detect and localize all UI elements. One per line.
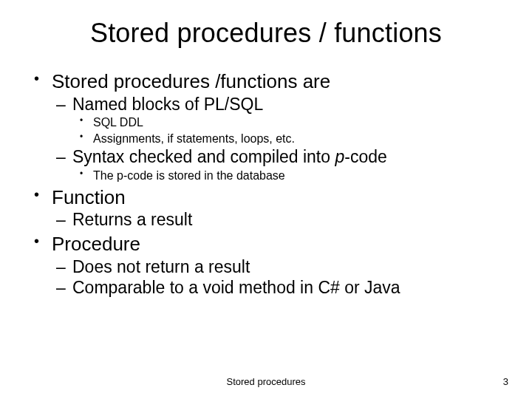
bullet-text: SQL DDL <box>93 116 143 129</box>
page-number: 3 <box>503 376 508 387</box>
bullet-text: Comparable to a void method in C# or Jav… <box>72 278 400 297</box>
bullet-text-italic: p <box>335 147 344 166</box>
bullet-list: Stored procedures /functions are Named b… <box>30 69 502 299</box>
slide-title: Stored procedures / functions <box>30 18 502 49</box>
bullet-l1: Procedure Does not return a result Compa… <box>30 232 502 299</box>
bullet-text: -code <box>344 147 387 166</box>
bullet-l1: Function Returns a result <box>30 185 502 231</box>
bullet-l3: Assignments, if statements, loops, etc. <box>72 131 502 147</box>
bullet-text: Does not return a result <box>72 257 250 276</box>
bullet-sublist: Returns a result <box>52 209 502 231</box>
bullet-l1: Stored procedures /functions are Named b… <box>30 69 502 184</box>
bullet-sublist: The p-code is stored in the database <box>72 168 502 184</box>
bullet-sublist: Named blocks of PL/SQL SQL DDL Assignmen… <box>52 94 502 184</box>
slide-content: Stored procedures /functions are Named b… <box>30 69 502 299</box>
slide: Stored procedures / functions Stored pro… <box>0 0 532 399</box>
bullet-l2: Comparable to a void method in C# or Jav… <box>52 277 502 299</box>
bullet-sublist: Does not return a result Comparable to a… <box>52 256 502 299</box>
footer-text: Stored procedures <box>0 376 532 387</box>
bullet-l3: The p-code is stored in the database <box>72 168 502 184</box>
bullet-l2: Syntax checked and compiled into p-code … <box>52 146 502 183</box>
bullet-text: Syntax checked and compiled into <box>72 147 335 166</box>
bullet-text: Returns a result <box>72 210 192 229</box>
bullet-l2: Named blocks of PL/SQL SQL DDL Assignmen… <box>52 94 502 147</box>
bullet-l2: Returns a result <box>52 209 502 231</box>
bullet-sublist: SQL DDL Assignments, if statements, loop… <box>72 115 502 146</box>
bullet-text: Function <box>52 186 126 208</box>
bullet-text: The p-code is stored in the database <box>93 169 285 182</box>
bullet-l2: Does not return a result <box>52 256 502 278</box>
bullet-text: Named blocks of PL/SQL <box>72 95 263 114</box>
bullet-text: Procedure <box>52 233 140 255</box>
bullet-text: Assignments, if statements, loops, etc. <box>93 132 295 145</box>
bullet-l3: SQL DDL <box>72 115 502 131</box>
bullet-text: Stored procedures /functions are <box>52 70 330 92</box>
